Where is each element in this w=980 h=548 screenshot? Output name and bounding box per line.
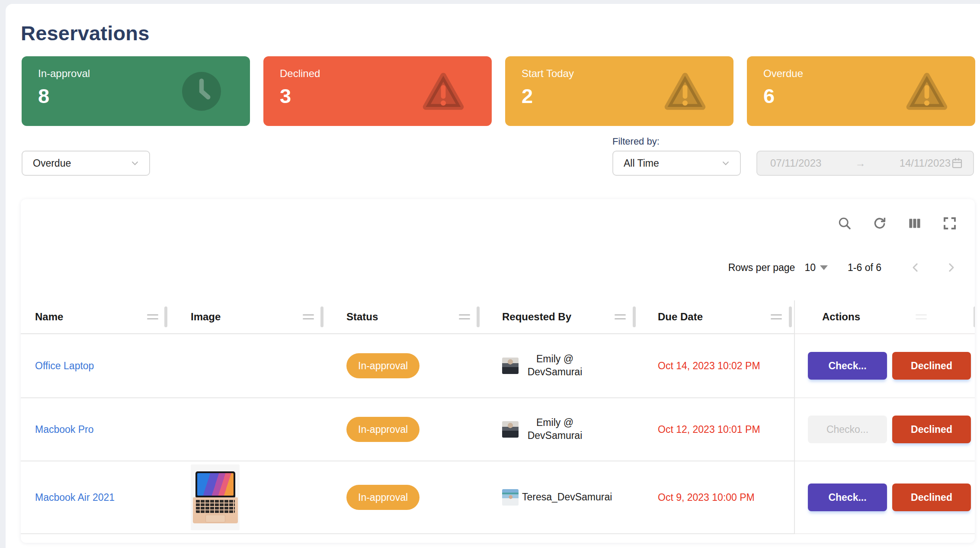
drag-handle-icon[interactable] [147,314,158,319]
date-range-arrow-icon: → [821,157,899,169]
warning-icon [662,68,708,115]
actions-cell: Check... Declined [795,334,975,398]
status-badge: In-approval [346,417,420,442]
caret-down-icon [820,265,828,270]
stat-cards: In-approval 8 Declined 3 Start Today 2 [22,56,980,126]
rows-per-page-label: Rows per page [728,262,795,274]
reservation-name-link[interactable]: Office Laptop [35,360,94,372]
stat-card-declined: Declined 3 [263,56,492,126]
column-divider[interactable] [477,306,480,327]
chevron-down-icon [720,158,731,169]
actions-cell: Checko... Declined [795,398,975,461]
due-date: Oct 9, 2023 10:00 PM [658,492,755,503]
actions-header: Actions [795,300,975,334]
drag-handle-icon[interactable] [303,314,314,319]
actions-cell: Check... Declined [795,461,975,534]
requested-by-name: Emily @ DevSamurai [522,416,588,442]
column-divider[interactable] [164,306,167,327]
time-filter-select[interactable]: All Time [612,151,741,176]
date-range-input[interactable]: 07/11/2023 → 14/11/2023 [756,151,974,176]
reservation-name-link[interactable]: Macbook Air 2021 [35,492,115,503]
avatar [502,421,519,438]
warning-icon [903,68,950,115]
table-scroll-area: Name Image Status Requested By Due Date … [21,300,975,534]
status-filter-select[interactable]: Overdue [22,151,150,176]
due-date: Oct 12, 2023 10:01 PM [658,424,760,435]
filtered-by-label: Filtered by: [612,136,660,147]
rows-per-page-select[interactable]: 10 [804,262,828,274]
column-header-actions[interactable]: Actions [822,311,860,323]
previous-page-icon[interactable] [909,261,922,274]
declined-button[interactable]: Declined [892,484,971,511]
requested-by-cell: Teresa_DevSamurai [502,489,612,506]
column-header-name[interactable]: Name [35,300,63,333]
stat-card-in-approval: In-approval 8 [22,56,250,126]
page-title: Reservations [21,21,980,45]
column-header-requested-by[interactable]: Requested By [502,300,571,333]
avatar [502,358,519,374]
column-header-status[interactable]: Status [346,300,378,333]
pagination-bar: Rows per page 10 1-6 of 6 [21,259,975,276]
refresh-icon[interactable] [872,216,887,231]
table-toolbar [21,199,975,231]
drag-handle-icon[interactable] [916,314,927,319]
rows-per-page-value: 10 [804,262,816,274]
requested-by-name: Emily @ DevSamurai [522,353,588,379]
requested-by-name: Teresa_DevSamurai [522,491,612,504]
column-header-image[interactable]: Image [191,300,221,333]
date-range-start: 07/11/2023 [770,157,821,169]
avatar [502,489,519,506]
main-panel: Reservations In-approval 8 Declined 3 St… [6,4,980,548]
time-filter-value: All Time [624,158,659,169]
pinned-actions-column: Actions Check... Declined Checko... Decl… [794,300,975,534]
checkout-button[interactable]: Check... [808,352,887,380]
reservations-table-card: Rows per page 10 1-6 of 6 Name Image Sta… [21,199,975,543]
fullscreen-icon[interactable] [942,216,958,231]
product-image-macbook-air [191,464,240,530]
declined-button[interactable]: Declined [892,352,971,380]
date-range-end: 14/11/2023 [900,157,951,169]
pagination-range: 1-6 of 6 [848,262,881,274]
chevron-down-icon [129,158,141,169]
checkout-button-disabled[interactable]: Checko... [808,416,887,443]
filter-row: Overdue Filtered by: All Time 07/11/2023… [22,151,980,177]
stat-card-start-today: Start Today 2 [505,56,733,126]
reservation-name-link[interactable]: Macbook Pro [35,424,94,435]
requested-by-cell: Emily @ DevSamurai [502,353,588,379]
search-icon[interactable] [837,216,852,231]
columns-icon[interactable] [907,216,922,231]
column-header-due-date[interactable]: Due Date [658,300,703,333]
due-date: Oct 14, 2023 10:02 PM [658,360,760,372]
status-badge: In-approval [346,353,420,378]
declined-button[interactable]: Declined [892,416,971,443]
drag-handle-icon[interactable] [459,314,470,319]
clock-icon [178,68,225,115]
requested-by-cell: Emily @ DevSamurai [502,416,588,442]
calendar-icon [951,157,964,170]
column-divider[interactable] [789,306,792,327]
status-filter-value: Overdue [33,158,71,169]
column-divider[interactable] [633,306,636,327]
column-divider[interactable] [974,306,975,327]
drag-handle-icon[interactable] [615,314,626,319]
drag-handle-icon[interactable] [771,314,782,319]
checkout-button[interactable]: Check... [808,484,887,511]
status-badge: In-approval [346,485,420,510]
next-page-icon[interactable] [945,261,958,274]
warning-icon [420,68,467,115]
column-divider[interactable] [320,306,323,327]
stat-card-overdue: Overdue 6 [747,56,975,126]
